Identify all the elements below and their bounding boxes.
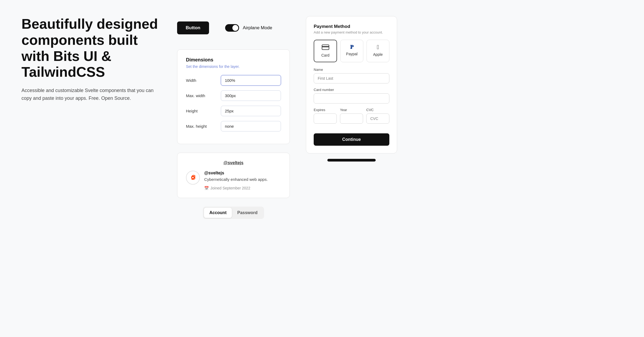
height-label: Height bbox=[186, 109, 215, 113]
name-label: Name bbox=[314, 68, 389, 72]
apple-label: Apple bbox=[373, 52, 383, 57]
paypal-icon: 𝐏 bbox=[350, 44, 353, 50]
profile-joined: 📅 Joined September 2022 bbox=[204, 186, 268, 190]
dimensions-card: Dimensions Set the dimensions for the la… bbox=[177, 49, 290, 144]
toggle-knob bbox=[232, 25, 238, 31]
airplane-mode-toggle[interactable] bbox=[225, 24, 239, 32]
width-label: Width bbox=[186, 78, 215, 83]
calendar-icon: 📅 bbox=[204, 186, 209, 190]
paypal-label: Paypal bbox=[346, 52, 358, 56]
profile-card: @sveltejs @sveltejs Cybernetically enhan… bbox=[177, 153, 290, 198]
name-field-group: Name bbox=[314, 68, 389, 83]
payment-method-card[interactable]: Card bbox=[314, 40, 337, 62]
card-number-input[interactable] bbox=[314, 93, 389, 104]
profile-handle: @sveltejs bbox=[204, 171, 268, 175]
max-width-row: Max. width bbox=[186, 90, 281, 101]
payment-method-apple[interactable]:  Apple bbox=[367, 40, 389, 62]
continue-button[interactable]: Continue bbox=[314, 133, 389, 146]
apple-icon:  bbox=[377, 44, 379, 50]
height-row: Height bbox=[186, 106, 281, 116]
payment-method-paypal[interactable]: 𝐏 Paypal bbox=[340, 40, 363, 62]
width-input[interactable] bbox=[221, 75, 281, 86]
svg-rect-3 bbox=[322, 46, 329, 47]
card-icon bbox=[322, 45, 329, 51]
max-height-row: Max. height bbox=[186, 121, 281, 131]
hero-title: Beautifully designed components built wi… bbox=[21, 16, 161, 80]
avatar bbox=[186, 171, 200, 185]
expires-input[interactable] bbox=[314, 113, 337, 124]
cvc-input[interactable] bbox=[366, 113, 389, 124]
max-height-label: Max. height bbox=[186, 124, 215, 129]
tab-account[interactable]: Account bbox=[204, 208, 232, 218]
year-field-group: Year bbox=[340, 108, 363, 124]
max-width-label: Max. width bbox=[186, 93, 215, 98]
bottom-bar bbox=[327, 159, 376, 162]
cvc-label: CVC bbox=[366, 108, 389, 112]
payment-expires-row: Expires Year CVC bbox=[314, 108, 389, 128]
primary-button[interactable]: Button bbox=[177, 21, 209, 34]
name-input[interactable] bbox=[314, 73, 389, 83]
payment-title: Payment Method bbox=[314, 24, 389, 29]
tab-password[interactable]: Password bbox=[232, 208, 263, 218]
payment-methods: Card 𝐏 Paypal  Apple bbox=[314, 40, 389, 62]
tabs-container: Account Password bbox=[203, 207, 264, 219]
max-width-input[interactable] bbox=[221, 90, 281, 101]
card-number-field-group: Card number bbox=[314, 88, 389, 104]
card-number-label: Card number bbox=[314, 88, 389, 92]
profile-username-link[interactable]: @sveltejs bbox=[224, 160, 243, 165]
width-row: Width bbox=[186, 75, 281, 86]
payment-card: Payment Method Add a new payment method … bbox=[306, 16, 397, 153]
expires-field-group: Expires bbox=[314, 108, 337, 124]
year-input[interactable] bbox=[340, 113, 363, 124]
payment-subtitle: Add a new payment method to your account… bbox=[314, 30, 389, 34]
toggle-label: Airplane Mode bbox=[243, 25, 272, 31]
expires-label: Expires bbox=[314, 108, 337, 112]
hero-subtitle: Accessible and customizable Svelte compo… bbox=[21, 87, 161, 102]
height-input[interactable] bbox=[221, 106, 281, 116]
profile-bio: Cybernetically enhanced web apps. bbox=[204, 177, 268, 183]
max-height-input[interactable] bbox=[221, 121, 281, 131]
dimensions-subtitle: Set the dimensions for the layer. bbox=[186, 64, 281, 69]
cvc-field-group: CVC bbox=[366, 108, 389, 124]
year-label: Year bbox=[340, 108, 363, 112]
dimensions-title: Dimensions bbox=[186, 57, 281, 63]
card-label: Card bbox=[321, 53, 329, 57]
